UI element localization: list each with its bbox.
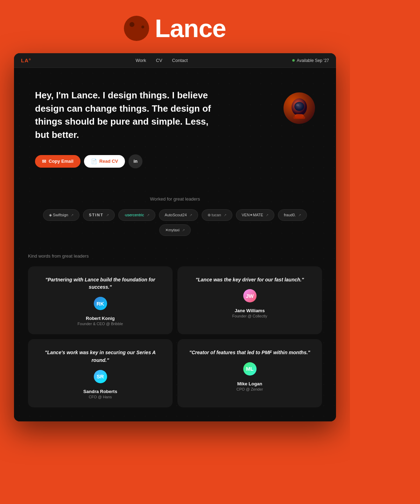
author-avatar-3: ML <box>243 362 257 376</box>
cta-buttons: ✉ Copy Email 📄 Read CV in <box>35 154 217 168</box>
browser-window: LA° Work CV Contact Available Sep '27 He… <box>14 53 336 421</box>
testimonial-card-3: "Creator of features that led to PMF wit… <box>177 339 322 407</box>
availability-dot <box>292 59 295 62</box>
company-badge-mytaxi[interactable]: ✕mytaxi ↗ <box>159 224 191 236</box>
arrow-icon: ↗ <box>224 213 226 217</box>
author-role-0: Founder & CEO @ Bribble <box>78 322 123 326</box>
company-badge-swiftsign[interactable]: ◈ Swiftsign ↗ <box>43 209 79 221</box>
mytaxi-logo: ✕mytaxi <box>165 228 180 232</box>
arrow-icon: ↗ <box>147 213 149 217</box>
testimonials-grid: "Partnering with Lance build the foundat… <box>28 266 322 407</box>
author-role-3: CPO @ Zender <box>237 387 263 391</box>
author-name-2: Sandra Roberts <box>83 389 117 394</box>
nav-bar: LA° Work CV Contact Available Sep '27 <box>14 53 336 68</box>
companies-label: Worked for great leaders <box>28 196 322 202</box>
nav-availability: Available Sep '27 <box>292 58 329 63</box>
svg-point-2 <box>296 104 299 106</box>
author-info-0: Robert Konig Founder & CEO @ Bribble <box>78 316 123 326</box>
testimonial-card-0: "Partnering with Lance build the foundat… <box>28 266 173 334</box>
testimonial-quote-3: "Creator of features that led to PMF wit… <box>189 349 310 357</box>
arrow-icon: ↗ <box>71 213 74 217</box>
author-role-1: Founder @ Collectly <box>232 314 267 318</box>
email-icon: ✉ <box>42 159 46 164</box>
nav-link-work[interactable]: Work <box>135 58 146 63</box>
avatar-inner <box>284 92 315 124</box>
app-title: Lance <box>155 14 226 43</box>
fraud-logo: fraud0. <box>284 213 296 217</box>
arrow-icon: ↗ <box>298 213 301 217</box>
arrow-icon: ↗ <box>266 213 268 217</box>
linkedin-button[interactable]: in <box>128 154 142 168</box>
author-name-1: Jane Williams <box>232 308 267 313</box>
app-header: Lance <box>0 0 350 53</box>
hero-headline: Hey, I'm Lance. I design things. I belie… <box>35 89 217 142</box>
testimonials-label: Kind words from great leaders <box>28 253 322 259</box>
companies-grid: ◈ Swiftsign ↗ STINT ↗ ·usercentric ↗ Aut… <box>28 209 322 236</box>
author-info-3: Mike Logan CPO @ Zender <box>237 381 263 391</box>
nav-link-cv[interactable]: CV <box>156 58 162 63</box>
testimonials-section: Kind words from great leaders "Partnerin… <box>14 243 336 421</box>
tucan-logo: ⊕ tucan <box>208 213 221 217</box>
arrow-icon: ↗ <box>182 228 185 232</box>
company-badge-venmate[interactable]: VEN✦MATE ↗ <box>236 209 274 221</box>
company-badge-autoscout[interactable]: AutoScout24 ↗ <box>159 209 198 221</box>
author-avatar-1: JW <box>243 289 257 302</box>
arrow-icon: ↗ <box>106 213 109 217</box>
author-role-2: CFO @ Hans <box>83 395 117 399</box>
venmate-logo: VEN✦MATE <box>242 213 263 217</box>
hero-section: Hey, I'm Lance. I design things. I belie… <box>14 68 336 186</box>
testimonial-quote-1: "Lance was the key driver for our fast l… <box>196 276 304 284</box>
testimonial-quote-2: "Lance's work was key in securing our Se… <box>36 349 164 364</box>
usercentric-logo: ·usercentric <box>124 213 144 217</box>
author-name-3: Mike Logan <box>237 381 263 386</box>
author-name-0: Robert Konig <box>78 316 123 321</box>
nav-logo: LA° <box>21 57 31 63</box>
company-badge-usercentric[interactable]: ·usercentric ↗ <box>118 209 155 221</box>
availability-text: Available Sep '27 <box>297 58 329 63</box>
company-badge-tucan[interactable]: ⊕ tucan ↗ <box>202 209 232 221</box>
companies-section: Worked for great leaders ◈ Swiftsign ↗ S… <box>14 186 336 243</box>
hero-avatar <box>284 92 315 124</box>
testimonial-quote-0: "Partnering with Lance build the foundat… <box>36 276 164 291</box>
stint-logo: STINT <box>89 213 104 217</box>
testimonial-card-2: "Lance's work was key in securing our Se… <box>28 339 173 407</box>
nav-link-contact[interactable]: Contact <box>172 58 188 63</box>
testimonial-card-1: "Lance was the key driver for our fast l… <box>177 266 322 334</box>
nav-links: Work CV Contact <box>135 58 188 63</box>
app-logo-icon <box>124 16 149 41</box>
author-avatar-0: RK <box>94 297 107 310</box>
author-info-2: Sandra Roberts CFO @ Hans <box>83 389 117 399</box>
company-badge-fraud[interactable]: fraud0. ↗ <box>278 209 307 221</box>
author-avatar-2: SR <box>94 370 107 383</box>
astronaut-illustration <box>287 96 312 120</box>
svg-point-1 <box>294 102 304 111</box>
hero-content: Hey, I'm Lance. I design things. I belie… <box>35 89 217 168</box>
cv-icon: 📄 <box>91 159 97 164</box>
read-cv-button[interactable]: 📄 Read CV <box>84 155 125 168</box>
copy-email-button[interactable]: ✉ Copy Email <box>35 155 80 168</box>
company-badge-stint[interactable]: STINT ↗ <box>83 209 115 221</box>
linkedin-icon: in <box>133 159 138 164</box>
svg-rect-4 <box>293 116 305 119</box>
swiftsign-logo: ◈ Swiftsign <box>49 213 68 217</box>
autoscout-logo: AutoScout24 <box>165 213 187 217</box>
arrow-icon: ↗ <box>189 213 192 217</box>
author-info-1: Jane Williams Founder @ Collectly <box>232 308 267 318</box>
